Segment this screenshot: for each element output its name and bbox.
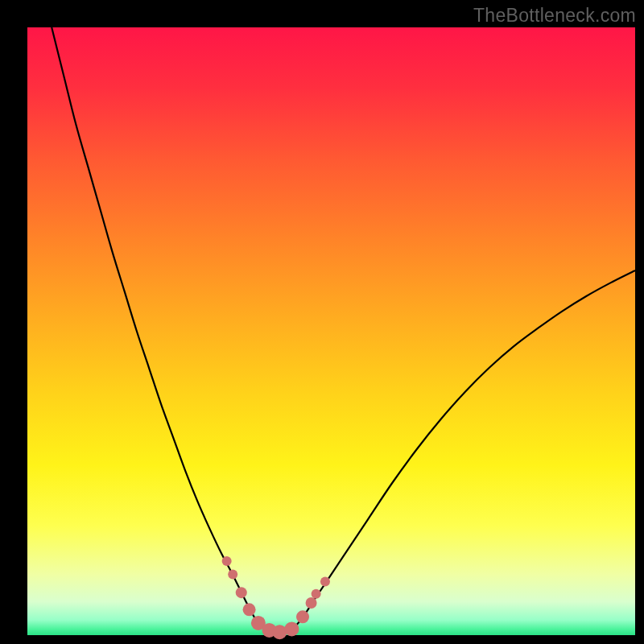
watermark-text: TheBottleneck.com [473,5,636,27]
marker-dot [222,556,232,566]
chart-svg [0,0,644,644]
marker-dot [306,597,317,609]
marker-dot [312,589,321,599]
marker-dot [236,587,247,598]
marker-dot [243,603,256,616]
marker-dot [296,610,309,623]
marker-dot [320,577,330,587]
plot-background [27,27,635,635]
marker-dot [284,621,299,636]
marker-dot [272,625,287,639]
outer-frame: TheBottleneck.com [0,0,644,644]
marker-dot [228,570,237,580]
